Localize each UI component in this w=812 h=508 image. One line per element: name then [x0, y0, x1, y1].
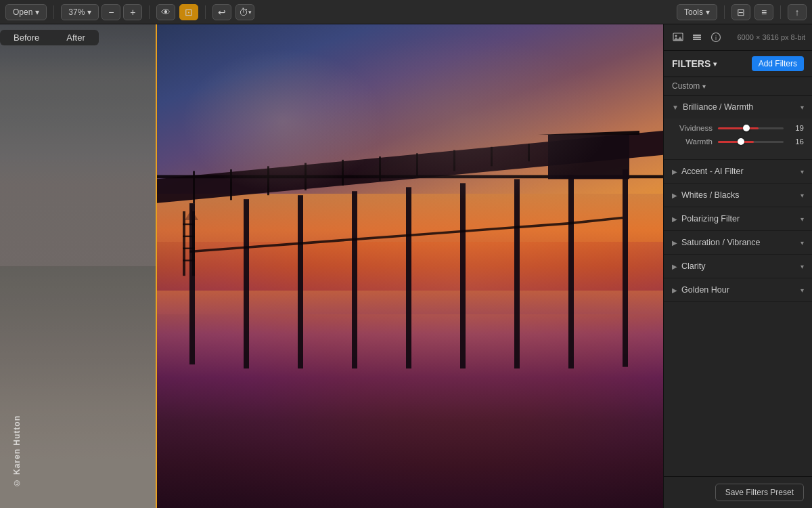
- before-sky: [0, 24, 156, 291]
- filter-section-whites: ▶ Whites / Blacks ▾: [664, 184, 812, 207]
- zoom-out-button[interactable]: −: [102, 4, 120, 20]
- zoom-in-button[interactable]: +: [123, 4, 142, 20]
- filter-options-icon: ▾: [800, 168, 804, 175]
- filter-header-accent[interactable]: ▶ Accent - AI Filter ▾: [664, 160, 812, 183]
- toolbar-separator-5: [780, 5, 781, 19]
- filter-options-icon: ▾: [800, 263, 804, 270]
- svg-rect-10: [623, 169, 628, 367]
- filter-name-polarizing: Polarizing Filter: [681, 214, 800, 224]
- toolbar-separator-1: [53, 5, 54, 19]
- add-filters-button[interactable]: Add Filters: [752, 56, 804, 71]
- chevron-down-icon: ▾: [248, 9, 252, 16]
- vividness-label: Vividness: [672, 124, 713, 132]
- custom-dropdown[interactable]: Custom ▾: [664, 77, 812, 96]
- filter-options-icon: ▾: [800, 215, 804, 223]
- image-info: 6000 × 3616 px 8-bit: [737, 33, 805, 41]
- zoom-controls: 37% ▾ − +: [61, 4, 142, 20]
- undo-button[interactable]: ↩: [212, 4, 231, 20]
- expand-arrow-icon: ▶: [672, 192, 677, 199]
- filter-header-clarity[interactable]: ▶ Clarity ▾: [664, 255, 812, 278]
- after-label[interactable]: After: [53, 30, 98, 45]
- vividness-value: 19: [789, 124, 804, 132]
- filter-header-golden-hour[interactable]: ▶ Golden Hour ▾: [664, 278, 812, 301]
- photo-after: [156, 24, 663, 508]
- filter-name-golden-hour: Golden Hour: [681, 285, 800, 295]
- before-water: [0, 266, 156, 508]
- filter-content-brilliance: Vividness 19 Warmth: [664, 119, 812, 159]
- svg-line-15: [406, 232, 460, 236]
- vividness-slider[interactable]: [718, 127, 784, 129]
- split-line: [156, 24, 157, 508]
- before-after-labels: Before After: [0, 30, 99, 45]
- svg-line-17: [514, 224, 568, 228]
- svg-rect-21: [193, 171, 195, 204]
- warmth-thumb: [738, 138, 744, 145]
- filter-section-brilliance: ▼ Brilliance / Warmth ▾ Vividness 19: [664, 96, 812, 160]
- filter-header-whites[interactable]: ▶ Whites / Blacks ▾: [664, 184, 812, 207]
- svg-rect-42: [693, 35, 701, 36]
- layers-icon[interactable]: [690, 30, 704, 45]
- photo-icon[interactable]: [671, 30, 685, 45]
- split-view-icon: ⊡: [185, 7, 193, 18]
- chevron-down-icon: ▾: [713, 60, 717, 68]
- filter-name-whites: Whites / Blacks: [681, 190, 800, 200]
- toolbar-separator-4: [724, 5, 725, 19]
- preview-button[interactable]: 👁: [156, 4, 175, 20]
- filter-options-icon: ▾: [800, 192, 804, 199]
- grid-icon: ⊟: [737, 7, 745, 18]
- svg-rect-6: [406, 187, 411, 368]
- photo-before: [0, 24, 156, 508]
- svg-rect-33: [183, 224, 195, 225]
- filter-header-brilliance[interactable]: ▼ Brilliance / Warmth ▾: [664, 96, 812, 119]
- view-mode-button[interactable]: ⊟: [731, 4, 750, 20]
- expand-arrow-icon: ▶: [672, 239, 677, 247]
- warmth-slider-row: Warmth 16: [672, 137, 804, 146]
- filter-section-saturation: ▶ Saturation / Vibrance ▾: [664, 231, 812, 255]
- warmth-value: 16: [789, 137, 804, 146]
- svg-rect-44: [693, 39, 701, 40]
- photo-container: [0, 24, 663, 508]
- svg-rect-35: [183, 248, 195, 249]
- expand-arrow-icon: ▶: [672, 263, 677, 270]
- vividness-fill: [718, 127, 759, 129]
- sidebar: i 6000 × 3616 px 8-bit FILTERS ▾ Add Fil…: [663, 24, 812, 508]
- sidebar-top-row: i 6000 × 3616 px 8-bit: [664, 24, 812, 51]
- expand-arrow-icon: ▶: [672, 168, 677, 175]
- svg-line-18: [568, 218, 623, 224]
- main-content: Before After: [0, 24, 812, 508]
- filter-options-icon: ▾: [800, 287, 804, 294]
- canvas-area: Before After: [0, 24, 663, 508]
- filter-header-polarizing[interactable]: ▶ Polarizing Filter ▾: [664, 207, 812, 230]
- zoom-display[interactable]: 37% ▾: [61, 4, 99, 20]
- svg-line-16: [460, 228, 514, 232]
- history-button[interactable]: ⏱ ▾: [235, 4, 254, 20]
- filters-title[interactable]: FILTERS ▾: [672, 58, 717, 69]
- warmth-slider[interactable]: [718, 141, 784, 143]
- before-label[interactable]: Before: [0, 30, 53, 45]
- svg-point-40: [675, 35, 677, 37]
- svg-line-13: [298, 240, 352, 244]
- filter-options-icon: ▾: [800, 104, 804, 111]
- collapse-arrow-icon: ▼: [672, 104, 679, 111]
- svg-text:i: i: [715, 35, 717, 41]
- compare-button[interactable]: ⊡: [179, 4, 198, 20]
- filter-options-icon: ▾: [800, 239, 804, 247]
- export-button[interactable]: ↑: [788, 4, 807, 20]
- adjustments-button[interactable]: ≡: [754, 4, 773, 20]
- tools-button[interactable]: Tools ▾: [677, 4, 717, 20]
- svg-line-11: [189, 248, 244, 252]
- chevron-down-icon: ▾: [87, 7, 91, 17]
- filter-header-saturation[interactable]: ▶ Saturation / Vibrance ▾: [664, 231, 812, 254]
- svg-line-12: [244, 244, 298, 248]
- svg-rect-5: [352, 191, 357, 368]
- info-icon[interactable]: i: [708, 30, 723, 45]
- open-button[interactable]: Open ▾: [5, 4, 47, 20]
- save-preset-button[interactable]: Save Filters Preset: [715, 484, 804, 501]
- warmth-label: Warmth: [672, 137, 713, 146]
- expand-arrow-icon: ▶: [672, 287, 677, 294]
- cloud-2: [308, 34, 612, 203]
- filter-section-accent: ▶ Accent - AI Filter ▾: [664, 160, 812, 184]
- svg-rect-7: [460, 183, 466, 368]
- filter-section-polarizing: ▶ Polarizing Filter ▾: [664, 207, 812, 231]
- vividness-slider-row: Vividness 19: [672, 124, 804, 132]
